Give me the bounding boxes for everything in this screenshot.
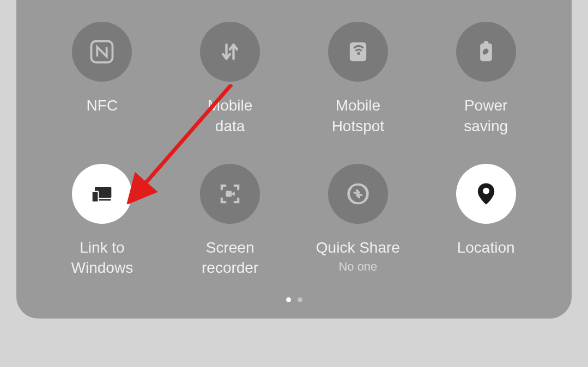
tile-label: Mobile Hotspot xyxy=(332,95,385,137)
screen-recorder-icon xyxy=(216,180,244,208)
tile-label: Link to Windows xyxy=(71,237,134,279)
svg-rect-4 xyxy=(483,41,488,44)
tile-sublabel: No one xyxy=(338,260,377,274)
nfc-icon xyxy=(88,38,116,66)
tile-screen-recorder[interactable]: Screen recorder xyxy=(177,164,283,279)
link-to-windows-icon xyxy=(88,180,116,208)
pagination-dots xyxy=(49,297,539,302)
quick-settings-panel: NFC Mobile data xyxy=(16,0,572,319)
tile-nfc[interactable]: NFC xyxy=(49,22,155,137)
quick-share-icon xyxy=(344,180,372,208)
svg-point-2 xyxy=(357,52,360,55)
tile-mobile-data[interactable]: Mobile data xyxy=(177,22,283,137)
svg-rect-7 xyxy=(92,191,99,202)
svg-point-9 xyxy=(483,187,489,194)
mobile-data-icon xyxy=(216,38,244,66)
hotspot-icon xyxy=(344,38,372,66)
tile-label: Quick Share xyxy=(316,237,400,258)
tile-power-saving[interactable]: Power saving xyxy=(433,22,539,137)
tile-label: Screen recorder xyxy=(202,237,258,279)
tile-quick-share[interactable]: Quick Share No one xyxy=(305,164,411,279)
link-windows-icon-circle xyxy=(72,164,132,224)
tile-label: Mobile data xyxy=(208,95,252,137)
mobile-data-icon-circle xyxy=(200,22,260,82)
tile-label: Power saving xyxy=(464,95,508,137)
tile-location[interactable]: Location xyxy=(433,164,539,279)
tile-mobile-hotspot[interactable]: Mobile Hotspot xyxy=(305,22,411,137)
screen-recorder-icon-circle xyxy=(200,164,260,224)
svg-rect-8 xyxy=(226,191,232,197)
page-dot-2[interactable] xyxy=(298,297,302,302)
tile-label: Location xyxy=(457,237,515,258)
tile-label: NFC xyxy=(87,95,118,116)
tile-link-to-windows[interactable]: Link to Windows xyxy=(49,164,155,279)
svg-rect-6 xyxy=(98,199,111,200)
quick-share-icon-circle xyxy=(328,164,388,224)
hotspot-icon-circle xyxy=(328,22,388,82)
battery-leaf-icon xyxy=(472,38,500,66)
nfc-icon-circle xyxy=(72,22,132,82)
location-pin-icon xyxy=(472,180,500,208)
page-dot-1[interactable] xyxy=(286,297,291,302)
power-saving-icon-circle xyxy=(456,22,516,82)
tiles-grid: NFC Mobile data xyxy=(49,22,539,278)
location-icon-circle xyxy=(456,164,516,224)
